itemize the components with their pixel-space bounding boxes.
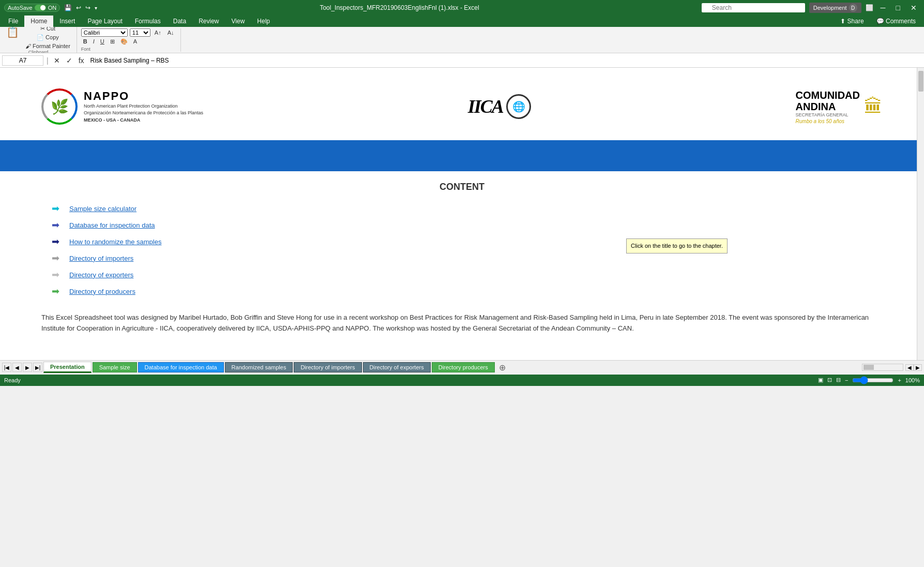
font-size-selector[interactable]: 11 [130, 28, 150, 37]
close-button[interactable]: ✕ [907, 3, 920, 13]
search-container: 🔍 [702, 3, 805, 12]
vertical-scrollbar[interactable] [917, 68, 924, 360]
comments-button[interactable]: 💬 Comments [870, 16, 922, 27]
tab-help[interactable]: Help [251, 16, 276, 27]
insert-function-icon[interactable]: fx [77, 56, 86, 65]
ribbon-content: 📋 ✂ Cut 📄 Copy 🖌 Format Painter Clipboar… [0, 27, 924, 53]
autosave-toggle[interactable]: AutoSave ON [4, 4, 60, 12]
cancel-formula-icon[interactable]: ✕ [52, 56, 62, 65]
minimize-button[interactable]: ─ [877, 3, 889, 13]
tab-database[interactable]: Database for inspection data [138, 362, 224, 372]
tab-review[interactable]: Review [192, 16, 225, 27]
randomize-link[interactable]: How to randomize the samples [69, 238, 161, 246]
autosave-label: AutoSave [8, 5, 33, 11]
arrow-dark-blue-icon: ➡ [52, 236, 64, 247]
comunidad-logo: COMUNIDAD ANDINA SECRETARÍA GENERAL Rumb… [796, 89, 883, 124]
tab-nav-prev[interactable]: ◀ [12, 363, 22, 372]
paste-button[interactable]: 📋 [4, 27, 21, 50]
profile-avatar: D [849, 4, 857, 12]
title-bar: AutoSave ON 💾 ↩ ↪ ▾ Tool_Inspectors_MFR2… [0, 0, 924, 16]
underline-button[interactable]: U [98, 38, 107, 46]
view-preview-icon[interactable]: ⊟ [836, 377, 841, 383]
tab-sample-size[interactable]: Sample size [93, 362, 137, 372]
tab-nav-first[interactable]: |◀ [2, 363, 11, 372]
formula-input[interactable] [88, 56, 922, 65]
tab-view[interactable]: View [225, 16, 251, 27]
font-color-button[interactable]: A [131, 38, 139, 46]
tab-data[interactable]: Data [167, 16, 192, 27]
importers-link[interactable]: Directory of importers [69, 255, 133, 262]
tab-nav-next[interactable]: ▶ [23, 363, 32, 372]
ribbon-toggle-icon[interactable]: ⬜ [866, 4, 873, 11]
tab-home[interactable]: Home [24, 16, 53, 27]
dev-label: Development [813, 5, 847, 11]
horizontal-scrollbar[interactable] [862, 364, 903, 371]
arrow-gray-icon: ➡ [52, 252, 64, 264]
tab-directory-importers[interactable]: Directory of importers [294, 362, 361, 372]
tab-nav-last[interactable]: ▶| [33, 363, 42, 372]
nappo-desc-line3: MEXICO - USA - CANADA [84, 117, 203, 124]
clipboard-btns: 📋 ✂ Cut 📄 Copy 🖌 Format Painter [4, 27, 72, 50]
font-selector[interactable]: Calibri [81, 28, 128, 37]
share-icon: ⬆ [840, 18, 845, 25]
list-item: ➡ Directory of producers [52, 286, 883, 297]
h-scroll-thumb[interactable] [864, 365, 874, 370]
database-link[interactable]: Database for inspection data [69, 221, 155, 229]
view-layout-icon[interactable]: ⊡ [827, 377, 832, 383]
iica-globe-icon: 🌐 [506, 94, 531, 119]
tab-directory-exporters[interactable]: Directory of exporters [363, 362, 431, 372]
blue-banner [0, 140, 924, 171]
confirm-formula-icon[interactable]: ✓ [64, 56, 74, 65]
nappo-desc-line1: North American Plant Protection Organiza… [84, 103, 203, 110]
format-btns: B I U ⊞ 🎨 A [81, 38, 176, 46]
share-button[interactable]: ⬆ Share [834, 16, 870, 27]
zoom-slider[interactable] [852, 376, 893, 384]
redo-icon[interactable]: ↪ [85, 4, 90, 11]
scroll-right-btn[interactable]: ▶ [914, 364, 922, 371]
autosave-knob[interactable] [35, 5, 46, 11]
zoom-minus-icon[interactable]: − [845, 377, 848, 383]
copy-button[interactable]: 📄 Copy [23, 34, 72, 41]
list-item: ➡ How to randomize the samples [52, 236, 883, 247]
bold-button[interactable]: B [81, 38, 89, 46]
format-painter-button[interactable]: 🖌 Format Painter [23, 42, 72, 50]
sheet-tabs: |◀ ◀ ▶ ▶| Presentation Sample size Datab… [0, 360, 924, 375]
view-normal-icon[interactable]: ▣ [818, 377, 823, 383]
maximize-button[interactable]: □ [893, 3, 903, 13]
tab-presentation[interactable]: Presentation [43, 362, 92, 373]
cell-reference[interactable] [2, 55, 43, 66]
tab-formulas[interactable]: Formulas [129, 16, 167, 27]
content-section: CONTENT ➡ Sample size calculator ➡ Datab… [21, 182, 903, 297]
undo-icon[interactable]: ↩ [76, 4, 81, 11]
iica-logo: IICA 🌐 [468, 94, 531, 119]
tab-randomized-samples[interactable]: Randomized samples [225, 362, 293, 372]
tab-file[interactable]: File [2, 16, 24, 27]
cut-button[interactable]: ✂ Cut [23, 27, 72, 33]
clipboard-label: Clipboard [28, 50, 49, 53]
scroll-left-btn[interactable]: ◀ [905, 364, 914, 371]
zoom-plus-icon[interactable]: + [898, 377, 901, 383]
save-icon[interactable]: 💾 [64, 4, 72, 11]
italic-button[interactable]: I [91, 38, 97, 46]
tab-directory-producers[interactable]: Directory producers [432, 362, 495, 372]
status-bar: Ready ▣ ⊡ ⊟ − + 100% [0, 375, 924, 386]
content-list: ➡ Sample size calculator ➡ Database for … [52, 203, 883, 297]
sample-size-link[interactable]: Sample size calculator [69, 205, 137, 213]
exporters-link[interactable]: Directory of exporters [69, 271, 133, 279]
producers-link[interactable]: Directory of producers [69, 288, 135, 295]
tab-page-layout[interactable]: Page Layout [81, 16, 128, 27]
tooltip-text: Click on the title to go to the chapter. [631, 243, 723, 249]
decrease-font-button[interactable]: A↓ [165, 29, 176, 36]
list-item: ➡ Directory of exporters [52, 269, 883, 280]
sheet-outer: 🌿 NAPPO North American Plant Protection … [0, 68, 924, 360]
tab-insert[interactable]: Insert [53, 16, 81, 27]
increase-font-button[interactable]: A↑ [153, 29, 163, 36]
search-input[interactable] [702, 3, 805, 12]
nappo-logo: 🌿 NAPPO North American Plant Protection … [41, 88, 203, 125]
fill-color-button[interactable]: 🎨 [118, 38, 130, 46]
add-sheet-button[interactable]: ⊕ [496, 363, 509, 372]
sheet-content: 🌿 NAPPO North American Plant Protection … [0, 68, 924, 360]
border-button[interactable]: ⊞ [108, 38, 117, 46]
cut-copy-group: ✂ Cut 📄 Copy 🖌 Format Painter [23, 27, 72, 50]
scroll-thumb[interactable] [918, 71, 923, 92]
